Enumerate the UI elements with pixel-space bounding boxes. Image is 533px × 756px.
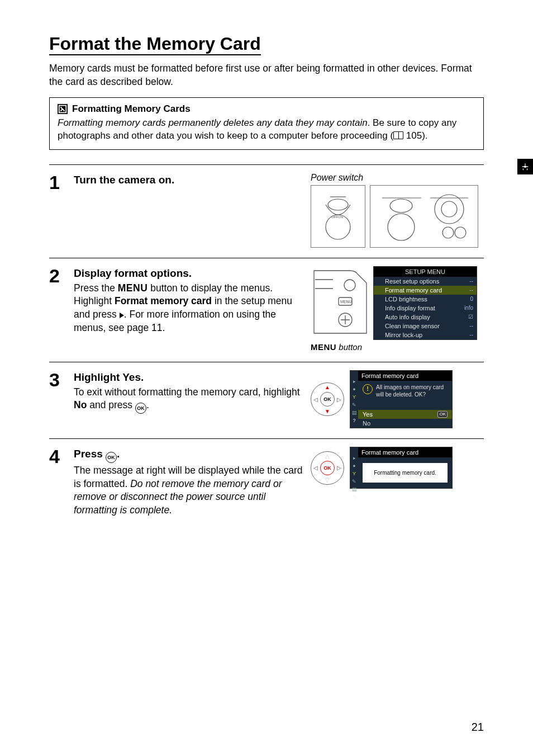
svg-point-7 [441, 201, 457, 217]
right-arrow-icon [120, 313, 124, 318]
option-no: No [358, 419, 452, 428]
warning-circle-icon: ! [363, 384, 373, 394]
warning-box: Formatting Memory Cards Formatting memor… [49, 97, 484, 150]
menu-category-icons: ▸●Y✎▤? [350, 379, 358, 423]
menu-row: Clean image sensor-- [374, 322, 477, 330]
menu-header: SETUP MENU [374, 267, 477, 277]
svg-point-4 [390, 199, 412, 212]
step-4-media: △ ▽ ◁ ▷ OK ▸●Y✎▤? Format memory card For… [311, 447, 484, 517]
warning-icon [58, 104, 68, 114]
menu-button-glyph: MENU [118, 282, 148, 294]
dialog-header: Format memory card [358, 447, 452, 457]
menu-row: Format memory card-- [374, 286, 477, 295]
camera-back-illustration: MENU [311, 266, 369, 337]
left-arrow-icon: ◁ [313, 465, 318, 471]
intro-text: Memory cards must be formatted before fi… [49, 62, 484, 88]
step-3: 3 Highlight Yes. To exit without formatt… [49, 362, 484, 438]
up-arrow-icon: ▲ [325, 384, 330, 390]
menu-button-caption: MENU button [311, 342, 484, 352]
manual-reference-icon [393, 131, 403, 139]
step-heading: Highlight Yes. [74, 370, 303, 385]
menu-row: Auto info display☑ [374, 313, 477, 322]
ok-badge-icon: OK [437, 411, 448, 418]
format-confirm-screen: ▸●Y✎▤? Format memory card ! All images o… [350, 370, 453, 428]
up-arrow-icon: △ [325, 453, 330, 459]
step-number: 3 [49, 370, 66, 428]
page-title: Format the Memory Card [49, 34, 261, 55]
down-arrow-icon: ▽ [325, 477, 330, 483]
formatting-progress-screen: ▸●Y✎▤? Format memory card Formatting mem… [350, 447, 453, 489]
svg-point-14 [525, 166, 526, 168]
power-switch-caption: Power switch [311, 173, 484, 183]
left-arrow-icon: ◁ [313, 396, 318, 403]
svg-text:MENU: MENU [340, 300, 352, 304]
step-number: 1 [49, 173, 66, 248]
setup-menu-screen: SETUP MENU Reset setup options--Format m… [373, 266, 477, 340]
step-heading: Press OK. [74, 447, 303, 463]
menu-category-icons: ▸●Y✎▤? [350, 455, 358, 500]
step-1-media: Power switch OFFON [311, 173, 484, 248]
menu-row: Mirror lock-up-- [374, 330, 477, 339]
menu-row: Info display formatinfo [374, 304, 477, 313]
dialog-message: All images on memory card will be delete… [376, 384, 448, 410]
svg-point-5 [388, 214, 415, 240]
camera-top-illustration-on [370, 185, 478, 248]
ok-center-icon: OK [320, 392, 335, 407]
camera-top-illustration-off: OFFON [311, 185, 365, 248]
svg-point-10 [344, 280, 355, 291]
step-heading: Display format options. [74, 266, 303, 281]
option-yes: Yes OK [358, 410, 452, 419]
warning-heading: Formatting Memory Cards [72, 103, 191, 115]
menu-row: Reset setup options-- [374, 277, 477, 286]
ok-button-icon: OK [135, 403, 146, 414]
right-arrow-icon: ▷ [337, 396, 341, 403]
ok-center-icon: OK [320, 461, 335, 475]
step-1: 1 Turn the camera on. Power switch OFFON [49, 164, 484, 258]
menu-row: LCD brightness0 [374, 295, 477, 304]
step-heading: Turn the camera on. [74, 173, 303, 187]
svg-point-9 [442, 227, 454, 238]
svg-text:ON: ON [338, 215, 343, 219]
formatting-message: Formatting memory card. [363, 463, 448, 483]
step-3-media: ▲ ▼ ◁ ▷ OK ▸●Y✎▤? Format memory card [311, 370, 484, 428]
multi-selector-illustration: ▲ ▼ ◁ ▷ OK [311, 382, 344, 416]
step-number: 4 [49, 447, 66, 517]
page-number: 21 [472, 721, 484, 734]
warning-body: Formatting memory cards permanently dele… [58, 117, 475, 143]
section-tab-icon [517, 159, 533, 174]
step-4: 4 Press OK. The message at right will be… [49, 438, 484, 527]
right-arrow-icon: ▷ [337, 465, 341, 471]
down-arrow-icon: ▼ [325, 408, 330, 414]
step-2: 2 Display format options. Press the MENU… [49, 258, 484, 362]
svg-point-0 [328, 199, 348, 210]
svg-point-8 [455, 227, 466, 238]
ok-button-icon: OK [106, 452, 117, 463]
multi-selector-illustration: △ ▽ ◁ ▷ OK [311, 451, 344, 485]
svg-text:OFF: OFF [331, 215, 338, 219]
dialog-header: Format memory card [358, 371, 452, 381]
svg-point-6 [435, 195, 464, 224]
step-number: 2 [49, 266, 66, 352]
step-2-media: MENU SETUP MENU Reset setup options--For… [311, 266, 484, 352]
